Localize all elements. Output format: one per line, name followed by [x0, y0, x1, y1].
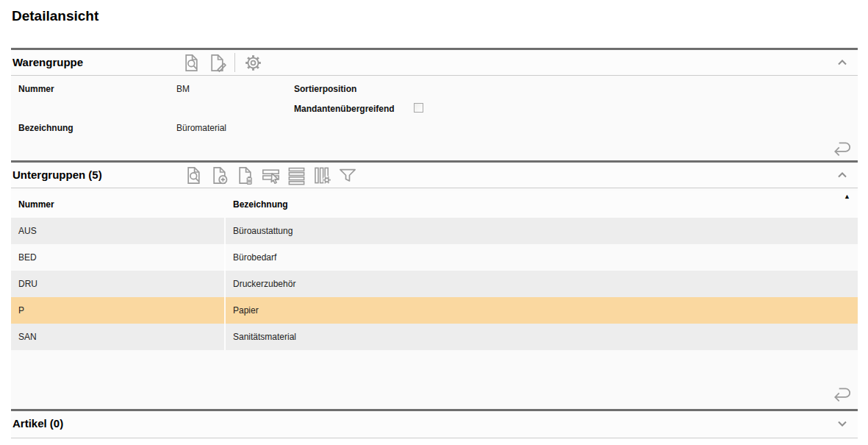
- nummer-value: BM: [176, 84, 190, 94]
- table-row[interactable]: AUS Büroaustattung: [11, 218, 858, 244]
- untergruppen-return-button[interactable]: [830, 384, 853, 403]
- section-artikel: Artikel (0): [11, 409, 858, 438]
- untergruppen-table: Nummer Bezeichnung ▲ AUS Büroaustattung …: [11, 191, 858, 409]
- mandantenuebergreifend-label: Mandantenübergreifend: [294, 104, 395, 114]
- untergruppen-collapse-button[interactable]: [833, 166, 852, 184]
- warengruppe-collapse-button[interactable]: [833, 54, 852, 71]
- warengruppe-header: Warengruppe: [11, 50, 858, 76]
- warengruppe-toolbar: [180, 51, 264, 74]
- select-row-button[interactable]: [259, 164, 281, 186]
- table-row[interactable]: SAN Sanitätsmaterial: [11, 324, 858, 350]
- sort-asc-indicator[interactable]: ▲: [844, 193, 850, 200]
- artikel-header: Artikel (0): [11, 411, 858, 435]
- untergruppen-toolbar: [182, 163, 359, 187]
- artikel-expand-button[interactable]: [833, 415, 852, 432]
- edit-record-button[interactable]: [206, 51, 228, 74]
- delete-row-button[interactable]: [234, 164, 256, 186]
- table-header-row: Nummer Bezeichnung ▲: [11, 191, 858, 218]
- warengruppe-return-button[interactable]: [830, 138, 853, 157]
- artikel-title: Artikel (0): [12, 417, 63, 430]
- table-row[interactable]: DRU Druckerzubehör: [11, 271, 858, 297]
- rows-icon: [287, 165, 306, 185]
- column-settings-button[interactable]: [311, 164, 333, 186]
- bezeichnung-label: Bezeichnung: [18, 123, 73, 133]
- chevron-up-icon: [835, 55, 850, 70]
- untergruppen-header: Untergruppen (5): [11, 163, 858, 188]
- document-edit-icon: [207, 53, 227, 73]
- document-search-icon: [184, 165, 204, 185]
- toolbar-separator: [234, 53, 235, 72]
- view-record-button[interactable]: [180, 51, 202, 74]
- rows-view-button[interactable]: [285, 164, 307, 186]
- warengruppe-form: Nummer BM Sortierposition Mandantenüberg…: [11, 78, 858, 160]
- document-delete-icon: [235, 165, 255, 185]
- column-header-bezeichnung[interactable]: Bezeichnung: [226, 199, 858, 210]
- column-settings-icon: [312, 165, 332, 185]
- settings-button[interactable]: [242, 51, 264, 74]
- return-arrow-icon: [831, 385, 853, 402]
- add-row-button[interactable]: [208, 164, 230, 186]
- warengruppe-title: Warengruppe: [12, 56, 83, 68]
- document-add-icon: [209, 165, 229, 185]
- untergruppen-table-body: AUS Büroaustattung BED Bürobedarf DRU Dr…: [11, 218, 858, 350]
- filter-button[interactable]: [337, 164, 359, 186]
- section-warengruppe: Warengruppe: [11, 48, 858, 160]
- bezeichnung-value: Büromaterial: [176, 123, 226, 133]
- nummer-label: Nummer: [18, 84, 54, 94]
- untergruppen-title: Untergruppen (5): [12, 168, 102, 181]
- return-arrow-icon: [831, 139, 853, 157]
- page-title: Detailansicht: [12, 8, 98, 24]
- view-row-button[interactable]: [182, 164, 204, 186]
- document-search-icon: [182, 53, 201, 73]
- sortierposition-label: Sortierposition: [294, 84, 356, 94]
- table-row[interactable]: P Papier: [11, 297, 858, 324]
- gear-icon: [243, 53, 263, 73]
- filter-icon: [337, 165, 358, 185]
- table-row[interactable]: BED Bürobedarf: [11, 244, 858, 271]
- chevron-down-icon: [835, 416, 850, 431]
- select-row-icon: [260, 165, 281, 185]
- column-header-nummer[interactable]: Nummer: [11, 199, 226, 210]
- chevron-up-icon: [835, 168, 850, 182]
- mandantenuebergreifend-checkbox[interactable]: [414, 103, 423, 113]
- section-untergruppen: Untergruppen (5): [11, 160, 858, 409]
